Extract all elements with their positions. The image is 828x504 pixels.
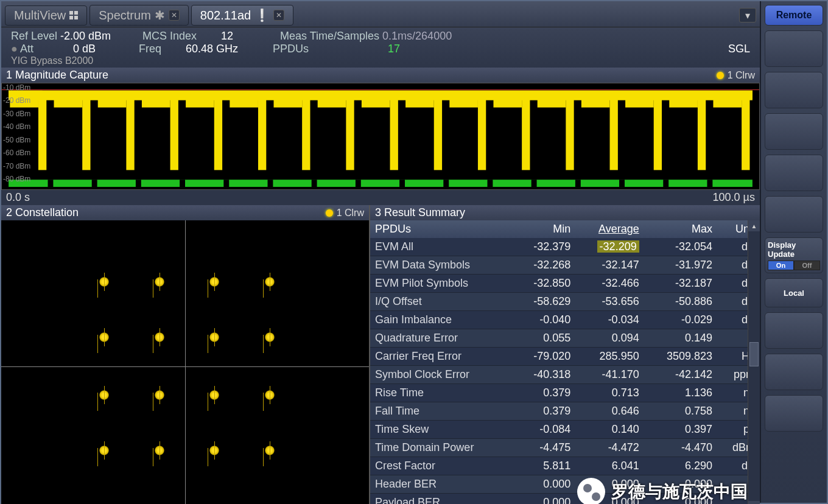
svg-rect-13 xyxy=(575,180,581,187)
svg-rect-23 xyxy=(38,98,46,170)
x-end: 100.0 µs xyxy=(713,191,755,204)
svg-rect-1 xyxy=(48,180,54,187)
magnitude-capture-plot[interactable]: -10 dBm-20 dBm-30 dBm-40 dBm-50 dBm-60 d… xyxy=(1,83,760,190)
x-start: 0.0 s xyxy=(6,191,30,204)
y-axis-labels: -10 dBm-20 dBm-30 dBm-40 dBm-50 dBm-60 d… xyxy=(3,83,30,183)
svg-rect-45 xyxy=(522,98,530,170)
trace-mode: 1 Clrw xyxy=(337,208,364,219)
softkey-panel: Remote Display Update On Off Local xyxy=(760,1,827,503)
svg-rect-12 xyxy=(532,180,537,187)
trace-dot-icon xyxy=(717,72,724,79)
softkey-4[interactable] xyxy=(765,155,823,191)
meas-label: Meas Time/Samples xyxy=(280,30,379,42)
mcs-label: MCS Index xyxy=(142,30,197,42)
pane-label: 2 Constellation xyxy=(6,206,79,219)
softkey-9[interactable] xyxy=(765,354,823,390)
display-update-label: Display Update xyxy=(768,240,820,259)
close-icon[interactable]: ✕ xyxy=(169,10,180,21)
svg-rect-25 xyxy=(82,98,90,170)
watermark: 罗德与施瓦茨中国 xyxy=(577,478,748,504)
svg-rect-14 xyxy=(619,180,625,187)
remote-button[interactable]: Remote xyxy=(765,5,823,26)
freq-label: Freq xyxy=(139,43,161,55)
watermark-text: 罗德与施瓦茨中国 xyxy=(611,480,748,503)
svg-rect-0 xyxy=(9,180,753,187)
local-button[interactable]: Local xyxy=(765,278,823,307)
scroll-thumb[interactable] xyxy=(749,342,759,366)
svg-rect-27 xyxy=(126,98,134,170)
tab-80211ad[interactable]: 802.11ad ❕ ✕ xyxy=(191,5,293,26)
softkey-5[interactable] xyxy=(765,196,823,233)
svg-rect-4 xyxy=(180,180,185,187)
svg-rect-35 xyxy=(302,98,310,170)
table-row[interactable]: Gain Imbalance-0.040-0.034-0.029dB xyxy=(370,311,760,329)
warning-icon: ❕ xyxy=(254,8,270,23)
scroll-up-icon[interactable]: ▲ xyxy=(748,220,760,231)
measurement-info-bar: Ref Level -2.00 dBm MCS Index 12 Meas Ti… xyxy=(1,27,760,68)
col-max[interactable]: Max xyxy=(644,220,717,238)
svg-rect-49 xyxy=(610,98,618,170)
scroll-down-icon[interactable]: ▼ xyxy=(748,501,760,504)
ref-level-label: Ref Level xyxy=(11,30,57,42)
table-row[interactable]: Carrier Freq Error-79.020285.9503509.823… xyxy=(370,348,760,366)
table-row[interactable]: Time Skew-0.0840.1400.397ps xyxy=(370,421,760,439)
table-row[interactable]: Crest Factor5.8116.0416.290dB xyxy=(370,457,760,475)
pane-label: 3 Result Summary xyxy=(375,206,465,219)
svg-rect-53 xyxy=(698,98,706,170)
softkey-8[interactable] xyxy=(765,312,823,349)
svg-rect-37 xyxy=(346,98,354,170)
constellation-plot[interactable] xyxy=(1,220,369,504)
softkey-2[interactable] xyxy=(765,72,823,108)
table-row[interactable]: Rise Time0.3790.7131.136ns xyxy=(370,384,760,402)
svg-rect-5 xyxy=(223,180,229,187)
ppdus-value: 17 xyxy=(388,43,400,55)
constellation-title[interactable]: 2 Constellation 1 Clrw xyxy=(1,205,369,220)
magnitude-capture-title[interactable]: 1 Magnitude Capture 1 Clrw xyxy=(1,68,760,83)
wechat-icon xyxy=(577,478,605,504)
ref-level-value: -2.00 dBm xyxy=(60,30,111,42)
results-scrollbar[interactable]: ▲ ▼ xyxy=(748,220,760,504)
display-update-toggle[interactable]: On Off xyxy=(768,261,820,270)
svg-rect-51 xyxy=(654,98,662,170)
table-row[interactable]: I/Q Offset-58.629-53.656-50.886dB xyxy=(370,293,760,311)
svg-rect-9 xyxy=(399,180,405,187)
svg-rect-15 xyxy=(663,180,668,187)
svg-rect-43 xyxy=(478,98,486,170)
tab-label: Spectrum xyxy=(99,9,151,23)
multiview-icon xyxy=(69,11,78,19)
svg-rect-39 xyxy=(390,98,398,170)
freq-value: 60.48 GHz xyxy=(186,43,238,55)
display-update-button[interactable]: Display Update On Off xyxy=(765,237,823,273)
magnitude-x-axis: 0.0 s 100.0 µs xyxy=(1,190,760,205)
col-ppdus[interactable]: PPDUs xyxy=(370,220,514,238)
softkey-10[interactable] xyxy=(765,395,823,432)
svg-rect-16 xyxy=(707,180,712,187)
svg-rect-31 xyxy=(214,98,222,170)
trace-mode: 1 Clrw xyxy=(728,70,755,81)
tab-multiview[interactable]: MultiView xyxy=(5,5,87,26)
table-row[interactable]: Quadrature Error0.0550.0940.149° xyxy=(370,329,760,348)
col-min[interactable]: Min xyxy=(514,220,576,238)
table-row[interactable]: Fall Time0.3790.6460.758ns xyxy=(370,402,760,421)
svg-rect-41 xyxy=(434,98,442,170)
svg-rect-2 xyxy=(92,180,97,187)
table-row[interactable]: Symbol Clock Error-40.318-41.170-42.142p… xyxy=(370,366,760,384)
star-icon: ✱ xyxy=(155,8,165,23)
meas-value: 0.1ms/264000 xyxy=(382,30,452,42)
softkey-1[interactable] xyxy=(765,30,823,67)
table-row[interactable]: EVM Data Symbols-32.268-32.147-31.972dB xyxy=(370,256,760,275)
tab-label: MultiView xyxy=(14,9,66,23)
svg-rect-3 xyxy=(136,180,141,187)
tab-spectrum[interactable]: Spectrum ✱ ✕ xyxy=(89,5,189,26)
svg-rect-10 xyxy=(443,180,449,187)
tab-overflow-dropdown[interactable]: ▾ xyxy=(739,8,756,23)
col-average[interactable]: Average xyxy=(575,220,644,238)
table-row[interactable]: EVM Pilot Symbols-32.850-32.466-32.187dB xyxy=(370,275,760,293)
svg-rect-6 xyxy=(268,180,273,187)
softkey-3[interactable] xyxy=(765,113,823,150)
table-row[interactable]: Time Domain Power-4.475-4.472-4.470dBm xyxy=(370,439,760,457)
svg-rect-47 xyxy=(566,98,574,170)
close-icon[interactable]: ✕ xyxy=(273,10,284,21)
result-summary-title[interactable]: 3 Result Summary xyxy=(370,205,760,220)
table-row[interactable]: EVM All-32.379-32.209-32.054dB xyxy=(370,238,760,256)
